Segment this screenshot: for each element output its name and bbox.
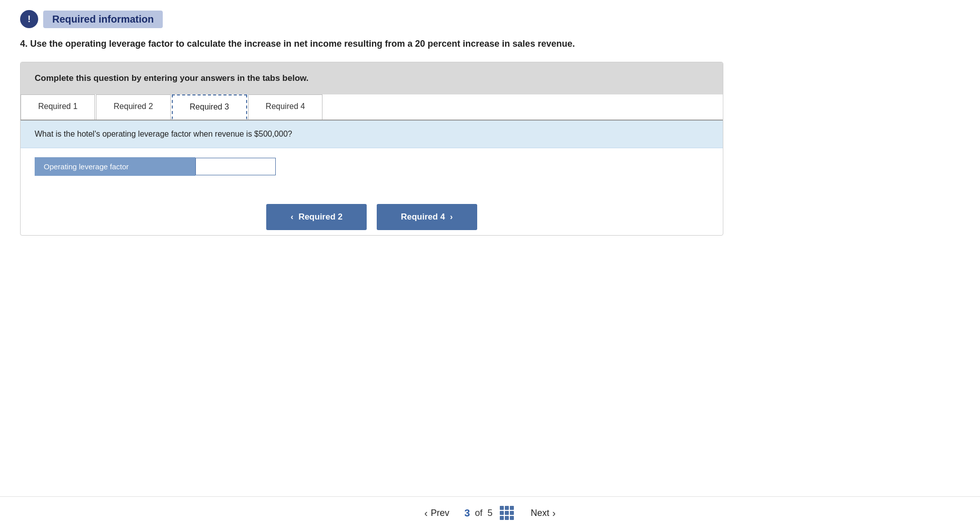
question-body: Use the operating leverage factor to cal… (30, 39, 575, 49)
main-card: Complete this question by entering your … (20, 62, 723, 236)
next-button[interactable]: Next › (531, 507, 556, 519)
prev-arrow-icon: ‹ (290, 212, 293, 222)
tab-required-4[interactable]: Required 4 (248, 94, 322, 120)
required-info-label: Required information (43, 11, 163, 28)
prev-label: Prev (430, 508, 449, 518)
prev-button[interactable]: ‹ Prev (424, 507, 450, 519)
next-label: Next (531, 508, 550, 518)
page-indicator: 3 of 5 (464, 506, 515, 520)
tabs-row: Required 1 Required 2 Required 3 Require… (21, 94, 723, 121)
info-icon: ! (20, 10, 38, 28)
card-header: Complete this question by entering your … (21, 62, 723, 94)
table-area: Operating leverage factor (21, 148, 723, 194)
next-arrow-icon: › (553, 507, 556, 519)
required-2-label: Required 2 (298, 212, 343, 222)
tab-question-text: What is the hotel's operating leverage f… (35, 130, 292, 138)
tab-required-3[interactable]: Required 3 (172, 94, 247, 120)
required-info-badge: ! Required information (20, 10, 960, 28)
operating-leverage-row: Operating leverage factor (35, 157, 709, 176)
current-page: 3 (464, 507, 470, 519)
tab-question-row: What is the hotel's operating leverage f… (21, 121, 723, 148)
card-header-text: Complete this question by entering your … (35, 73, 308, 83)
next-arrow-icon: › (450, 212, 453, 222)
prev-arrow-icon: ‹ (424, 507, 428, 519)
operating-leverage-label: Operating leverage factor (35, 157, 195, 176)
required-4-label: Required 4 (401, 212, 445, 222)
required-2-button[interactable]: ‹ Required 2 (266, 204, 367, 230)
of-label: of (475, 508, 483, 518)
tab-content: What is the hotel's operating leverage f… (21, 121, 723, 235)
bottom-nav: ‹ Prev 3 of 5 Next › (0, 496, 980, 529)
question-text: 4. Use the operating leverage factor to … (20, 37, 960, 51)
tab-required-1[interactable]: Required 1 (21, 94, 95, 120)
operating-leverage-input[interactable] (195, 158, 276, 175)
card-nav: ‹ Required 2 Required 4 › (21, 194, 723, 235)
tab-required-2[interactable]: Required 2 (96, 94, 170, 120)
total-pages: 5 (488, 508, 493, 518)
question-number-label: 4. (20, 39, 28, 49)
required-4-button[interactable]: Required 4 › (377, 204, 477, 230)
grid-icon[interactable] (500, 506, 514, 520)
page-wrapper: ! Required information 4. Use the operat… (0, 0, 980, 529)
